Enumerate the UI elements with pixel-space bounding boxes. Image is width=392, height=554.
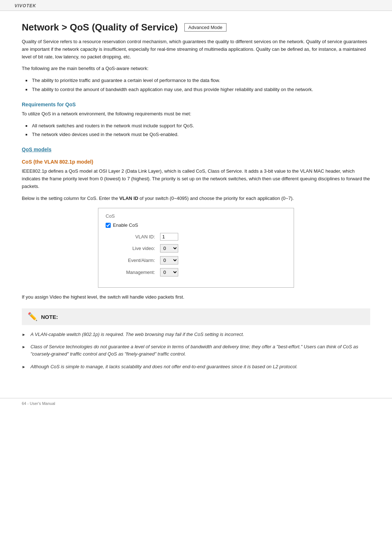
intro-paragraph: Quality of Service refers to a resource … <box>22 38 370 61</box>
note-icon: ✏️ <box>28 312 37 321</box>
benefit-item-2: The ability to control the amount of ban… <box>25 86 370 94</box>
vlan-id-input[interactable] <box>160 233 178 241</box>
footer-text: 64 - User's Manual <box>22 401 55 406</box>
benefits-list: The ability to prioritize traffic and gu… <box>22 77 370 94</box>
req-item-1: All network switches and routers in the … <box>25 122 370 130</box>
cos-heading: CoS (the VLAN 802.1p model) <box>22 159 370 165</box>
note-item-3: Although CoS is simple to manage, it lac… <box>22 363 370 370</box>
cos-para1: IEEE802.1p defines a QoS model at OSI La… <box>22 168 370 190</box>
vlan-id-label: VLAN ID: <box>113 234 160 239</box>
live-video-select[interactable]: 0 1 2 3 4 5 6 7 <box>160 244 178 253</box>
after-cos-text: If you assign Video the highest level, t… <box>22 294 370 301</box>
top-bar: VIVOTEK <box>0 0 392 11</box>
note-box: ✏️ NOTE: <box>22 308 370 325</box>
req-list: All network switches and routers in the … <box>22 122 370 139</box>
note-item-1: A VLAN-capable wwitch (802.1p) is requir… <box>22 331 370 338</box>
page-footer: 64 - User's Manual <box>0 398 392 409</box>
brand-logo: VIVOTEK <box>15 3 36 8</box>
live-video-label: Live video: <box>113 246 160 251</box>
note-label: NOTE: <box>41 314 58 320</box>
vlan-id-row: VLAN ID: <box>106 233 286 241</box>
event-alarm-label: Event/Alarm: <box>113 258 160 263</box>
cos-para2-bold: VLAN ID <box>119 196 138 201</box>
cos-para2: Below is the setting column for CoS. Ent… <box>22 195 370 202</box>
management-select[interactable]: 0 1 2 3 4 5 6 7 <box>160 268 178 276</box>
req-item-2: The network video devices used in the ne… <box>25 131 370 139</box>
enable-cos-label: Enable CoS <box>113 222 138 228</box>
main-content: Network > QoS (Quality of Service) Advan… <box>0 11 392 391</box>
note-item-2: Class of Service technologies do not gua… <box>22 343 370 358</box>
cos-box-title: CoS <box>106 213 286 219</box>
benefit-item-1: The ability to prioritize traffic and gu… <box>25 77 370 85</box>
page-title: Network > QoS (Quality of Service) <box>22 22 178 33</box>
management-label: Management: <box>113 270 160 275</box>
page-title-row: Network > QoS (Quality of Service) Advan… <box>22 22 370 33</box>
enable-cos-checkbox[interactable] <box>106 223 111 228</box>
cos-para2-suffix: of your switch (0~4095) and choose the p… <box>138 196 294 201</box>
event-alarm-select[interactable]: 0 1 2 3 4 5 6 7 <box>160 256 178 264</box>
note-items-list: A VLAN-capable wwitch (802.1p) is requir… <box>22 331 370 370</box>
qos-models-heading[interactable]: QoS models <box>22 147 370 152</box>
req-heading: Requirements for QoS <box>22 102 370 107</box>
management-row: Management: 0 1 2 3 4 5 6 7 <box>106 268 286 276</box>
event-alarm-row: Event/Alarm: 0 1 2 3 4 5 6 7 <box>106 256 286 264</box>
live-video-row: Live video: 0 1 2 3 4 5 6 7 <box>106 244 286 253</box>
advanced-mode-button[interactable]: Advanced Mode <box>184 23 226 32</box>
cos-para2-prefix: Below is the setting column for CoS. Ent… <box>22 196 119 201</box>
cos-enable-row: Enable CoS <box>106 222 286 228</box>
req-intro: To utilize QoS in a network environment,… <box>22 110 370 118</box>
benefits-intro: The following are the main benefits of a… <box>22 65 370 73</box>
cos-box: CoS Enable CoS VLAN ID: Live video: 0 1 … <box>98 208 294 288</box>
